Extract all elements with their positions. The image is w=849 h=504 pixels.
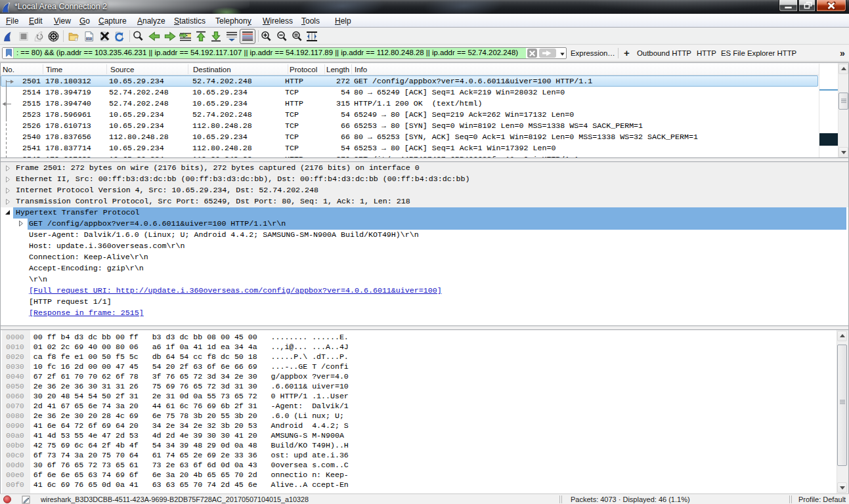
svg-text:010: 010: [86, 37, 92, 41]
